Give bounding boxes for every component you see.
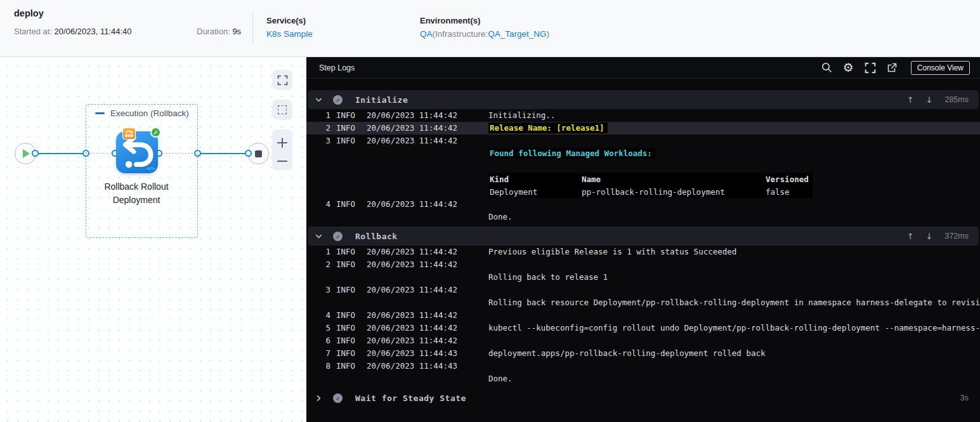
log-line: Done.	[306, 211, 980, 223]
stop-icon	[255, 150, 262, 157]
started-at: Started at: 20/06/2023, 11:44:40	[14, 27, 132, 36]
scroll-to-top-icon[interactable]: ↑	[907, 95, 914, 105]
log-panel-title: Step Logs	[319, 63, 355, 72]
log-line: 1INFO20/06/2023 11:44:42Initializing..	[306, 109, 980, 122]
pipeline-canvas[interactable]: Execution (Rollback) </> ✓ Rollback Roll…	[0, 57, 306, 422]
connector-ring	[32, 150, 39, 157]
section-duration: 372ms	[944, 232, 969, 241]
section-title: Initialize	[355, 95, 408, 105]
log-line: Rolling back resource Deployment/pp-roll…	[306, 296, 980, 309]
section-duration: 3s	[960, 393, 969, 402]
step-logs-panel: Step Logs ⚙ Console View ✓Initialize↑↓28…	[306, 57, 980, 422]
log-line: 5INFO20/06/2023 11:44:42kubectl --kubeco…	[306, 322, 980, 334]
section-header-rollback[interactable]: ✓Rollback↑↓372ms	[308, 227, 979, 246]
console-view-button[interactable]: Console View	[911, 61, 970, 75]
started-at-label: Started at:	[14, 27, 52, 36]
open-in-new-icon[interactable]	[887, 63, 897, 73]
scroll-to-top-icon[interactable]: ↑	[907, 232, 914, 241]
environment-link[interactable]: QA	[420, 29, 433, 39]
duration-label: Duration:	[197, 27, 230, 36]
log-line: 4INFO20/06/2023 11:44:42	[306, 198, 980, 211]
step-label: Rollback Rollout Deployment	[86, 180, 187, 207]
log-line: 3INFO20/06/2023 11:44:42	[306, 135, 980, 147]
fullscreen-icon[interactable]	[865, 62, 876, 74]
section-title: Rollback	[355, 232, 398, 241]
environments-label: Environment(s)	[420, 16, 549, 25]
section-header-wait-for-steady-state[interactable]: ✓Wait for Steady State3s	[308, 388, 979, 407]
log-line: Deploymentpp-rollback-rolling-deployment…	[306, 185, 980, 198]
log-line: 3INFO20/06/2023 11:44:42	[306, 284, 980, 296]
log-topbar: Step Logs ⚙ Console View	[306, 57, 980, 79]
edge-start-to-group	[36, 153, 86, 154]
connector-ring	[245, 150, 252, 157]
success-check-icon: ✓	[333, 95, 343, 105]
execution-group-label: Execution (Rollback)	[110, 109, 189, 118]
infrastructure-suffix: )	[547, 29, 550, 39]
duration-value: 9s	[232, 27, 241, 36]
log-section-wait-for-steady-state: ✓Wait for Steady State3s	[306, 388, 980, 407]
zoom-controls[interactable]	[272, 129, 292, 170]
gear-icon[interactable]: ⚙	[843, 62, 854, 74]
log-line: Done.	[306, 373, 980, 385]
log-line: 7INFO20/06/2023 11:44:43deployment.apps/…	[306, 347, 980, 360]
log-line: 4INFO20/06/2023 11:44:42	[306, 309, 980, 322]
zoom-out-icon[interactable]	[277, 161, 287, 162]
code-glyph: </>	[147, 166, 155, 171]
collapse-dash-icon[interactable]	[95, 112, 105, 114]
log-line: 6INFO20/06/2023 11:44:42	[306, 334, 980, 347]
service-link[interactable]: K8s Sample	[266, 29, 313, 39]
log-line	[306, 160, 980, 173]
section-log-rows: 1INFO20/06/2023 11:44:42Initializing..2I…	[306, 109, 980, 223]
header-divider	[252, 13, 253, 43]
log-line: 1INFO20/06/2023 11:44:42Previous eligibl…	[306, 246, 980, 258]
zoom-in-icon[interactable]	[277, 138, 287, 148]
marquee-icon	[278, 105, 287, 114]
fit-to-screen-icon	[277, 75, 288, 86]
section-log-rows: 1INFO20/06/2023 11:44:42Previous eligibl…	[306, 246, 980, 385]
services-label: Service(s)	[266, 16, 313, 25]
section-header-initialize[interactable]: ✓Initialize↑↓285ms	[308, 90, 979, 109]
chevron-down-icon[interactable]	[315, 232, 323, 241]
log-line: 8INFO20/06/2023 11:44:43	[306, 360, 980, 373]
log-line: 2INFO20/06/2023 11:44:42Release Name: [r…	[306, 122, 980, 135]
started-at-value: 20/06/2023, 11:44:40	[55, 27, 132, 36]
scroll-to-bottom-icon[interactable]: ↓	[926, 95, 933, 105]
play-icon	[23, 149, 30, 158]
scroll-to-bottom-icon[interactable]: ↓	[926, 232, 933, 241]
log-line: Found following Managed Workloads:	[306, 147, 980, 160]
chevron-right-icon[interactable]	[315, 394, 323, 402]
duration: Duration: 9s	[197, 27, 241, 36]
marquee-select-button[interactable]	[272, 100, 292, 120]
log-sections: ✓Initialize↑↓285ms1INFO20/06/2023 11:44:…	[306, 79, 980, 407]
pipeline-title: deploy	[14, 8, 44, 18]
log-line: 2INFO20/06/2023 11:44:42	[306, 258, 980, 271]
infrastructure-prefix: (Infrastructure:	[433, 29, 488, 39]
success-check-icon: ✓	[333, 393, 343, 403]
section-title: Wait for Steady State	[355, 393, 466, 403]
log-line: Rolling back to release 1	[306, 271, 980, 284]
chevron-down-icon[interactable]	[315, 96, 323, 104]
log-section-rollback: ✓Rollback↑↓372ms1INFO20/06/2023 11:44:42…	[306, 227, 980, 385]
rollout-badge-icon	[122, 128, 136, 140]
infrastructure-link[interactable]: QA_Target_NG	[488, 29, 546, 39]
log-line: KindNameVersioned	[306, 173, 980, 185]
log-section-initialize: ✓Initialize↑↓285ms1INFO20/06/2023 11:44:…	[306, 90, 980, 223]
section-duration: 285ms	[944, 95, 969, 104]
edge-group-to-end	[199, 153, 248, 154]
success-check-icon: ✓	[333, 232, 343, 241]
fit-to-screen-button[interactable]	[272, 70, 292, 90]
success-badge-icon: ✓	[150, 127, 161, 138]
execution-header: deploy Started at: 20/06/2023, 11:44:40 …	[0, 0, 980, 57]
search-icon[interactable]	[821, 62, 832, 73]
